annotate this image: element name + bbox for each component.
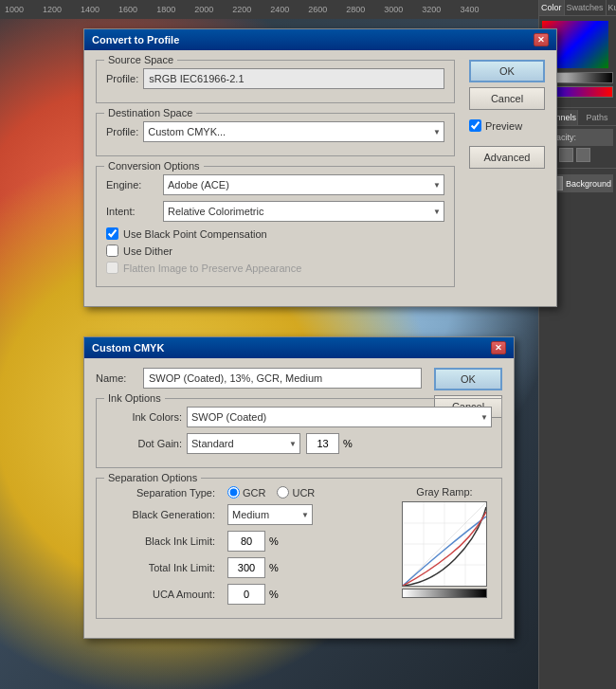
flatten-row: Flatten Image to Preserve Appearance [106,262,444,274]
conversion-options-label: Conversion Options [104,160,204,172]
gcr-radio-label: GCR [227,486,265,499]
preview-checkbox-row: Preview [469,119,545,132]
destination-profile-select[interactable]: Custom CMYK... [143,121,444,142]
ruler-2800: 2800 [346,5,365,14]
destination-profile-row: Profile: Custom CMYK... [106,121,444,142]
black-gen-select[interactable]: Medium [227,504,313,525]
destination-profile-wrapper: Custom CMYK... [143,121,444,142]
dither-label: Use Dither [123,245,172,257]
black-point-checkbox[interactable] [106,227,118,240]
total-ink-percent-sign: % [269,562,279,573]
sep-type-label: Separation Type: [106,487,215,499]
dot-gain-label: Dot Gain: [106,438,182,449]
ruler-1600: 1600 [118,5,137,14]
black-point-label: Use Black Point Compensation [123,228,267,240]
intent-select-wrapper: Relative Colorimetric [163,201,444,222]
ruler-3000: 3000 [384,5,403,14]
engine-select-wrapper: Adobe (ACE) [163,174,444,195]
black-ink-limit-input[interactable] [227,531,265,552]
ruler-3200: 3200 [422,5,441,14]
engine-select[interactable]: Adobe (ACE) [163,174,444,195]
preview-checkbox[interactable] [469,119,481,132]
uca-percent-sign: % [269,589,279,600]
cmyk-name-label: Name: [96,372,138,384]
gray-ramp-svg [403,502,486,586]
gcr-radio[interactable] [227,486,240,499]
intent-row: Intent: Relative Colorimetric [106,201,444,222]
ucr-radio[interactable] [277,486,289,499]
ink-colors-label: Ink Colors: [106,411,182,423]
ruler-2200: 2200 [232,5,251,14]
convert-ok-button[interactable]: OK [469,60,545,82]
uca-amount-row: UCA Amount: % [106,584,388,605]
dot-gain-percent-input[interactable] [306,433,339,454]
black-gen-label: Black Generation: [106,509,215,520]
separation-options-group: Separation Options Separation Type: GCR [96,478,502,619]
uca-amount-label: UCA Amount: [106,589,215,600]
cmyk-name-row: Name: [96,368,422,389]
gray-ramp-section: Gray Ramp: [397,486,492,610]
ucr-radio-label: UCR [277,486,315,499]
sep-type-row: Separation Type: GCR UCR [106,486,388,499]
convert-dialog-body: OK Cancel Preview Advanced Source Space … [84,50,556,306]
convert-dialog-titlebar: Convert to Profile ✕ [84,29,556,50]
source-profile-input [143,68,444,89]
uca-amount-input[interactable] [227,584,265,605]
tab-kuler[interactable]: Kuler [607,0,616,15]
intent-select[interactable]: Relative Colorimetric [163,201,444,222]
destination-profile-label: Profile: [106,126,138,137]
advanced-button-container: Advanced [469,146,545,169]
ink-colors-row: Ink Colors: SWOP (Coated) [106,407,492,427]
total-ink-limit-label: Total Ink Limit: [106,562,215,573]
ruler-1000: 1000 [5,5,24,14]
cmyk-name-input[interactable] [143,368,422,389]
gray-ramp-gradient [402,589,487,598]
gray-ramp-chart [402,501,487,587]
dot-gain-select[interactable]: Standard [187,433,300,454]
tab-paths[interactable]: Paths [578,110,616,125]
convert-main-content: Source Space Profile: Destination Space … [96,60,455,287]
gray-ramp-title: Gray Ramp: [416,486,472,498]
convert-cancel-button[interactable]: Cancel [469,87,545,110]
advanced-button[interactable]: Advanced [469,146,545,169]
channel-tool-2[interactable] [559,148,573,162]
ruler-2400: 2400 [270,5,289,14]
ruler-1200: 1200 [43,5,62,14]
cmyk-dialog-body: OK Cancel Name: Ink Options Ink Colors: … [84,358,514,638]
channel-tool-3[interactable] [576,148,590,162]
black-gen-row: Black Generation: Medium [106,504,388,525]
custom-cmyk-dialog: Custom CMYK ✕ OK Cancel Name: Ink Option… [83,336,515,639]
source-profile-row: Profile: [106,68,444,89]
engine-label: Engine: [106,179,158,190]
toolbar-ruler: 1000 1200 1400 1600 1800 2000 2200 2400 … [0,0,540,19]
dot-gain-percent-sign: % [343,438,353,449]
dot-gain-select-wrapper: Standard [187,433,300,454]
cmyk-dialog-titlebar: Custom CMYK ✕ [84,337,514,358]
dither-row: Use Dither [106,245,444,257]
black-gen-wrapper: Medium [227,504,313,525]
gcr-label: GCR [243,487,265,499]
ink-options-label: Ink Options [104,392,165,404]
ucr-label: UCR [292,487,315,499]
cmyk-ok-button[interactable]: OK [434,368,502,390]
ruler-1800: 1800 [156,5,175,14]
convert-dialog-title: Convert to Profile [92,34,179,45]
separation-controls: Separation Type: GCR UCR [106,486,388,610]
engine-row: Engine: Adobe (ACE) [106,174,444,195]
dot-gain-row: Dot Gain: Standard % [106,433,492,454]
layer-name: Background [566,179,611,189]
convert-dialog-close[interactable]: ✕ [534,33,549,46]
total-ink-limit-input[interactable] [227,557,265,578]
destination-space-label: Destination Space [104,107,196,118]
cmyk-dialog-close[interactable]: ✕ [491,341,506,354]
ruler-1400: 1400 [81,5,100,14]
dither-checkbox[interactable] [106,245,118,257]
tab-color[interactable]: Color [539,0,565,15]
ink-colors-select[interactable]: SWOP (Coated) [187,407,492,427]
source-space-label: Source Space [104,54,177,65]
separation-options-label: Separation Options [104,472,201,483]
convert-buttons-column: OK Cancel Preview Advanced [469,60,545,169]
convert-to-profile-dialog: Convert to Profile ✕ OK Cancel Preview A… [83,28,557,307]
source-profile-label: Profile: [106,73,138,84]
tab-swatches[interactable]: Swatches [565,0,607,15]
